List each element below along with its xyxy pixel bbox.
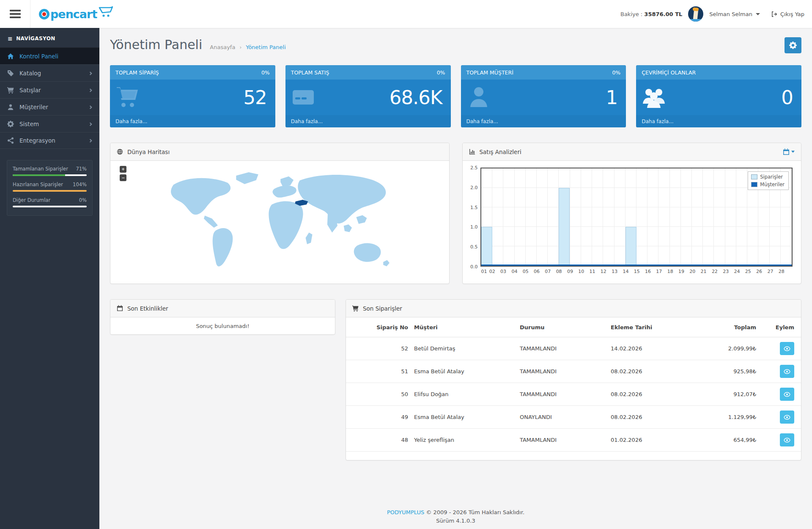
person-icon: [467, 86, 491, 109]
user-menu[interactable]: Selman Selman: [709, 11, 760, 17]
gear-icon: [789, 41, 797, 49]
chevron-right-icon: [89, 87, 93, 94]
x-tick-label: 16: [645, 269, 651, 274]
sidebar-item-sat-lar[interactable]: Satışlar: [0, 81, 99, 98]
x-tick-label: 24: [734, 269, 740, 274]
order-total: 1.129,99₺: [723, 414, 756, 420]
order-date: 08.02.2026: [611, 414, 723, 420]
main-content: Yönetim Paneli Anasayfa › Yönetim Paneli…: [99, 28, 812, 529]
eye-icon: [784, 437, 790, 444]
view-order-button[interactable]: [780, 411, 794, 424]
tile-more-link[interactable]: Daha fazla...: [110, 115, 275, 127]
column-action: Eylem: [756, 324, 794, 331]
sidebar-item-label: Müşteriler: [19, 104, 48, 110]
map-zoom-in-button[interactable]: +: [120, 166, 126, 173]
breadcrumb-home[interactable]: Anasayfa: [210, 44, 235, 50]
copyright-text: © 2009 - 2026 Tüm Hakları Saklıdır.: [426, 509, 524, 515]
sidebar-item-katalog[interactable]: Katalog: [0, 64, 99, 81]
eye-icon: [784, 345, 790, 352]
cart-icon: [7, 86, 14, 94]
world-map[interactable]: + −: [110, 161, 449, 284]
tile-evri-mi-i-olanlar: ÇEVRİMİÇİ OLANLAR0Daha fazla...: [636, 65, 801, 127]
x-tick-label: 10: [578, 269, 584, 274]
order-status: TAMAMLANDI: [520, 437, 611, 443]
view-order-button[interactable]: [780, 342, 794, 355]
sidebar-item-label: Entegrasyon: [19, 137, 55, 144]
sidebar: ≡ NAVİGASYON Kontrol PaneliKatalogSatışl…: [0, 28, 99, 529]
sidebar-item-entegrasyon[interactable]: Entegrasyon: [0, 132, 99, 149]
user-avatar[interactable]: [688, 6, 703, 22]
sidebar-item-m-teriler[interactable]: Müşteriler: [0, 98, 99, 115]
world-map-image: [144, 165, 415, 279]
orders-bar-day-08: [559, 188, 570, 266]
tile-more-link[interactable]: Daha fazla...: [461, 115, 626, 127]
order-total: 654,99₺: [723, 437, 756, 443]
view-order-button[interactable]: [780, 433, 794, 446]
credit-card-icon: [291, 86, 315, 109]
hamburger-icon: [10, 8, 21, 20]
order-no: 51: [353, 368, 414, 375]
date-range-button[interactable]: [783, 149, 795, 155]
chevron-right-icon: [89, 104, 93, 110]
breadcrumb-separator-icon: ›: [239, 44, 241, 50]
dashboard-settings-button[interactable]: [785, 37, 801, 53]
tile-title: ÇEVRİMİÇİ OLANLAR: [642, 69, 696, 76]
progress-bar: [13, 174, 87, 176]
sidebar-item-label: Sistem: [19, 121, 39, 127]
x-tick-label: 06: [534, 269, 540, 274]
order-total: 925,98₺: [723, 368, 756, 375]
tile-more-link[interactable]: Daha fazla...: [285, 115, 451, 127]
tag-icon: [7, 69, 14, 77]
tile-toplam-sati: TOPLAM SATIŞ0%68.6KDaha fazla...: [285, 65, 451, 127]
balance-value: 35876.00 TL: [644, 11, 682, 17]
chart-x-axis: 0102030405060708091011121314151617181920…: [481, 267, 793, 275]
progress-bar: [13, 206, 87, 207]
sidebar-item-kontrol-paneli[interactable]: Kontrol Paneli: [0, 47, 99, 64]
page-footer: PODYUMPLUS © 2009 - 2026 Tüm Hakları Sak…: [99, 508, 812, 525]
sidebar-header-label: NAVİGASYON: [16, 36, 55, 41]
tile-badge: 0%: [612, 69, 620, 76]
calendar-icon: [117, 305, 123, 311]
tile-toplam-si-pari: TOPLAM SİPARİŞ0%52Daha fazla...: [110, 65, 275, 127]
orders-table-header: Sipariş No Müşteri Durumu Ekleme Tarihi …: [346, 317, 801, 337]
view-order-button[interactable]: [780, 365, 794, 378]
chevron-down-icon: [791, 151, 795, 153]
chart-legend: SiparişlerMüşteriler: [748, 171, 789, 190]
sales-chart: 2.52.01.51.00.50.0 SiparişlerMüşteriler …: [463, 161, 801, 279]
opencart-logo[interactable]: pencart: [30, 8, 113, 20]
logout-button[interactable]: Çıkış Yap: [771, 11, 804, 17]
podyumplus-link[interactable]: PODYUMPLUS: [387, 509, 424, 515]
breadcrumb-current[interactable]: Yönetim Paneli: [246, 44, 286, 50]
chevron-right-icon: [89, 121, 93, 127]
calendar-icon: [783, 149, 790, 155]
version-text: Sürüm 4.1.0.3: [99, 517, 812, 525]
order-customer: Yeliz şereflişan: [414, 437, 520, 443]
x-tick-label: 20: [689, 269, 695, 274]
home-icon: [7, 52, 14, 60]
order-status: TAMAMLANDI: [520, 345, 611, 352]
top-header: pencart Bakiye : 35876.00 TL Selman Selm…: [0, 0, 812, 28]
eye-icon: [784, 414, 790, 421]
view-order-button[interactable]: [780, 388, 794, 401]
map-zoom-out-button[interactable]: −: [120, 174, 126, 181]
x-tick-label: 25: [745, 269, 751, 274]
x-tick-label: 18: [667, 269, 673, 274]
x-tick-label: 23: [723, 269, 729, 274]
menu-toggle-button[interactable]: [0, 0, 30, 28]
stat-value: 104%: [73, 182, 87, 187]
x-tick-label: 03: [500, 269, 506, 274]
tile-more-link[interactable]: Daha fazla...: [636, 115, 801, 127]
y-tick-label: 1.0: [470, 224, 478, 230]
tile-badge: 0%: [261, 69, 270, 76]
x-tick-label: 09: [567, 269, 573, 274]
user-icon: [7, 103, 14, 110]
order-no: 52: [353, 345, 414, 352]
x-tick-label: 26: [756, 269, 762, 274]
column-total: Toplam: [723, 324, 756, 331]
cart-icon: [352, 305, 359, 311]
x-tick-label: 17: [656, 269, 662, 274]
legend-label: Müşteriler: [760, 182, 785, 187]
x-tick-label: 14: [623, 269, 628, 274]
order-status: ONAYLANDI: [520, 414, 611, 420]
sidebar-item-sistem[interactable]: Sistem: [0, 115, 99, 132]
